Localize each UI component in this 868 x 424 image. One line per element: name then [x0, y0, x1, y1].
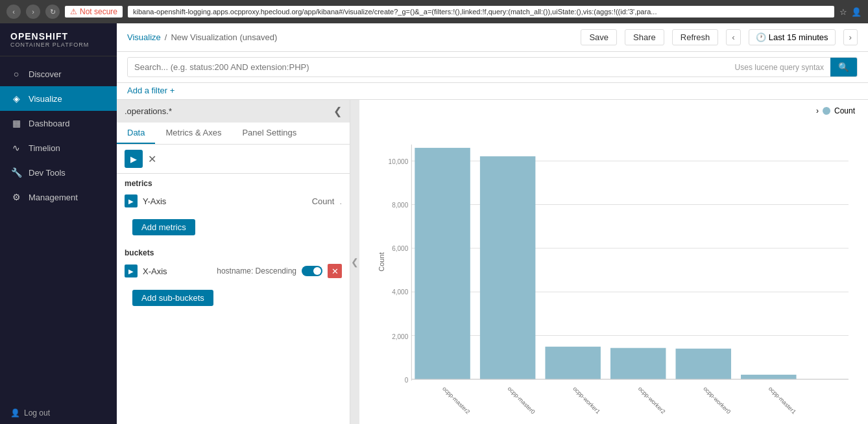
sidebar-item-dashboard[interactable]: ▦ Dashboard	[0, 111, 117, 135]
browser-bar: ‹ › ↻ ⚠ Not secure kibana-openshift-logg…	[0, 0, 868, 23]
security-warning: ⚠ Not secure	[65, 6, 123, 18]
run-button[interactable]: ▶	[125, 150, 143, 168]
sidebar-item-timelion[interactable]: ∿ Timelion	[0, 135, 117, 160]
legend-dot	[823, 107, 830, 115]
save-button[interactable]: Save	[581, 29, 617, 45]
left-panel: .operations.* ❮ Data Metrics & Axes Pane…	[117, 100, 350, 424]
time-picker[interactable]: 🕐 Last 15 minutes	[749, 29, 836, 45]
top-header: Visualize / New Visualization (unsaved) …	[117, 23, 868, 52]
add-metrics-container: Add metrics	[117, 211, 350, 243]
filter-bar: Add a filter +	[117, 83, 868, 100]
dashboard-icon: ▦	[10, 117, 22, 129]
bar-ocpp-master0	[480, 156, 535, 379]
logout-icon: 👤	[10, 408, 20, 418]
y-tick-10000: 10,000	[389, 158, 409, 165]
x-axis-desc: hostname: Descending	[217, 266, 296, 276]
buckets-section-title: buckets	[117, 243, 350, 260]
panel-collapse-handle[interactable]: ❮	[350, 100, 359, 424]
discover-icon: ○	[10, 68, 22, 80]
breadcrumb-visualize-link[interactable]: Visualize	[127, 32, 161, 42]
tab-panel-settings[interactable]: Panel Settings	[232, 123, 307, 144]
bar-label-ocpp-worker0: ocpp-worker0	[702, 385, 732, 415]
y-tick-8000: 8,000	[392, 202, 409, 209]
forward-button[interactable]: ›	[26, 5, 40, 19]
add-filter-button[interactable]: Add a filter +	[127, 86, 858, 95]
bar-label-ocpp-master1: ocpp-master1	[767, 385, 797, 415]
logout-button[interactable]: 👤 Log out	[0, 402, 117, 424]
y-axis-label-text: Count	[378, 252, 385, 271]
time-label: Last 15 minutes	[769, 32, 828, 42]
timelion-icon: ∿	[10, 142, 22, 154]
y-tick-0: 0	[405, 377, 409, 384]
sidebar-item-label: Visualize	[29, 94, 62, 104]
x-axis-label: X-Axis	[143, 266, 211, 276]
content-area: .operations.* ❮ Data Metrics & Axes Pane…	[117, 100, 868, 424]
metrics-section-title: metrics	[117, 174, 350, 191]
bar-label-ocpp-master0: ocpp-master0	[507, 385, 536, 415]
tab-metrics-axes[interactable]: Metrics & Axes	[155, 123, 232, 144]
main-content: Visualize / New Visualization (unsaved) …	[117, 23, 868, 424]
bar-label-ocpp-master2: ocpp-master2	[441, 385, 471, 415]
breadcrumb-current: New Visualization (unsaved)	[171, 32, 277, 42]
bar-ocpp-master1	[741, 375, 796, 379]
address-bar[interactable]: kibana-openshift-logging.apps.ocpproxy.h…	[128, 6, 834, 18]
collapse-icon: ❮	[351, 257, 359, 267]
time-prev-button[interactable]: ‹	[726, 29, 740, 45]
x-axis-item: ▶ X-Axis hostname: Descending ✕	[117, 260, 350, 282]
chart-legend: › Count	[816, 106, 855, 115]
search-input[interactable]	[128, 58, 729, 76]
search-bar: Uses lucene query syntax 🔍	[117, 52, 868, 83]
sidebar-item-label: Management	[29, 193, 78, 202]
y-axis-label: Y-Axis	[143, 196, 307, 206]
legend-arrow-left[interactable]: ›	[816, 106, 819, 115]
chart-panel: › Count Count 0 2,000 4,000 6,000 8,000 …	[359, 100, 868, 424]
bar-ocpp-worker0	[676, 349, 731, 379]
bar-ocpp-worker1	[545, 347, 600, 379]
search-button[interactable]: 🔍	[830, 58, 857, 77]
y-axis-expand-button[interactable]: ▶	[125, 194, 138, 207]
browser-icons: ☆ 👤	[839, 7, 862, 17]
sidebar-item-visualize[interactable]: ◈ Visualize	[0, 86, 117, 111]
management-icon: ⚙	[10, 191, 22, 203]
time-next-button[interactable]: ›	[843, 29, 858, 45]
breadcrumb: Visualize / New Visualization (unsaved)	[127, 32, 277, 42]
profile-icon[interactable]: 👤	[851, 7, 862, 17]
sidebar-item-discover[interactable]: ○ Discover	[0, 62, 117, 86]
warning-text: Not secure	[80, 7, 117, 16]
y-axis-value: Count	[312, 196, 335, 206]
back-button[interactable]: ‹	[6, 5, 21, 19]
bar-label-ocpp-worker2: ocpp-worker2	[637, 385, 667, 415]
refresh-button[interactable]: Refresh	[672, 29, 719, 45]
bar-chart: Count 0 2,000 4,000 6,000 8,000 10,000	[372, 106, 855, 418]
tab-data[interactable]: Data	[117, 123, 155, 144]
add-sub-buckets-container: Add sub-buckets	[117, 282, 350, 314]
sidebar-item-label: Discover	[29, 69, 62, 79]
sidebar-item-management[interactable]: ⚙ Management	[0, 185, 117, 209]
breadcrumb-separator: /	[165, 32, 167, 42]
sidebar-logo: OPENSHIFT CONTAINER PLATFORM	[0, 23, 117, 56]
bookmark-icon[interactable]: ☆	[839, 7, 847, 17]
sidebar-item-devtools[interactable]: 🔧 Dev Tools	[0, 160, 117, 185]
x-axis-delete-button[interactable]: ✕	[328, 264, 342, 278]
y-tick-2000: 2,000	[392, 333, 409, 340]
bar-label-ocpp-worker1: ocpp-worker1	[572, 385, 601, 415]
panel-tabs: Data Metrics & Axes Panel Settings	[117, 123, 350, 145]
add-metrics-button[interactable]: Add metrics	[132, 219, 195, 235]
toggle-knob	[313, 267, 321, 275]
logo-sub: CONTAINER PLATFORM	[10, 41, 106, 48]
x-axis-toggle[interactable]	[302, 266, 322, 276]
panel-controls: ▶ ✕	[117, 145, 350, 174]
panel-collapse-button[interactable]: ❮	[333, 105, 342, 117]
sidebar-item-label: Dashboard	[29, 119, 70, 128]
devtools-icon: 🔧	[10, 167, 22, 178]
x-axis-expand-button[interactable]: ▶	[125, 265, 138, 277]
add-sub-buckets-button[interactable]: Add sub-buckets	[132, 290, 213, 306]
warning-icon: ⚠	[70, 7, 77, 16]
close-button[interactable]: ✕	[148, 153, 156, 165]
search-hint: Uses lucene query syntax	[729, 63, 830, 72]
index-name: .operations.*	[125, 106, 172, 116]
share-button[interactable]: Share	[625, 29, 664, 45]
sidebar-item-label: Dev Tools	[29, 168, 66, 178]
header-actions: Save Share Refresh ‹ 🕐 Last 15 minutes ›	[581, 29, 858, 45]
refresh-button[interactable]: ↻	[45, 5, 60, 19]
